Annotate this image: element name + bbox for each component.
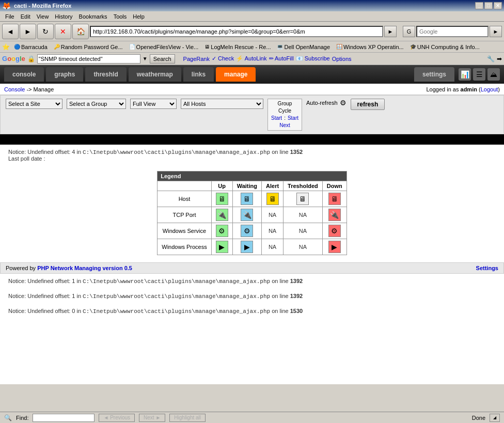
- cell-tcp-down[interactable]: 🔌: [322, 207, 346, 223]
- cell-host-alert[interactable]: 🖥: [262, 191, 284, 207]
- maximize-button[interactable]: □: [484, 2, 493, 9]
- group-select[interactable]: Select a Group: [67, 99, 126, 109]
- google-dropdown-icon[interactable]: ▼: [143, 56, 148, 61]
- cell-winproc-down[interactable]: ▶: [322, 239, 346, 255]
- autofill-link[interactable]: ✏ AutoFill: [269, 55, 294, 62]
- powered-by-text: Powered by PHP Network Managing version …: [6, 265, 132, 271]
- bookmark-label: UNH Computing & Info...: [417, 44, 480, 50]
- tab-console[interactable]: console: [4, 67, 44, 82]
- main-content: Select a Site Select a Group Full View A…: [0, 95, 504, 384]
- breadcrumb-console[interactable]: Console: [4, 86, 25, 92]
- gear-icon[interactable]: ⚙: [340, 99, 346, 107]
- highlight-all-button[interactable]: Highlight all: [169, 414, 206, 422]
- bookmark-password[interactable]: 🔑 Random Password Ge...: [52, 43, 125, 51]
- tab-manage[interactable]: manage: [216, 67, 256, 82]
- find-previous-button[interactable]: ◄ Previous: [99, 414, 135, 422]
- google-search-input[interactable]: [37, 54, 140, 64]
- menu-tools[interactable]: Tools: [111, 12, 130, 21]
- cycle-start1-link[interactable]: Start: [271, 115, 282, 122]
- cell-winsvc-down[interactable]: ⚙: [322, 223, 346, 239]
- plugin-link[interactable]: PHP Network Managing version 0.5: [37, 265, 132, 271]
- home-button[interactable]: 🏠: [72, 24, 89, 39]
- bookmark-unh[interactable]: 🎓 UNH Computing & Info...: [408, 43, 482, 51]
- tab-weathermap[interactable]: weathermap: [129, 67, 181, 82]
- tab-graphs[interactable]: graphs: [46, 67, 83, 82]
- cycle-start2-link[interactable]: Start: [288, 115, 298, 122]
- search-submit[interactable]: ►: [490, 26, 502, 37]
- cell-host-down[interactable]: 🖥: [322, 191, 346, 207]
- menu-file[interactable]: File: [2, 12, 18, 21]
- legend-row-host: Host 🖥 🖥 🖥 🖥 🖥: [158, 191, 346, 207]
- subscribe-link[interactable]: 📧 Subscribe: [296, 55, 330, 62]
- find-next-button[interactable]: Next ►: [139, 414, 165, 422]
- extra-notice-3: Notice: Undefined offset: 0 in C:\Inetpu…: [0, 304, 504, 319]
- options-link[interactable]: Options: [332, 56, 352, 62]
- tab-icon-list[interactable]: ☰: [473, 68, 485, 81]
- col-header-waiting: Waiting: [232, 181, 261, 191]
- bookmark-dell[interactable]: 💻 Dell OpenManage: [275, 43, 332, 51]
- menu-help[interactable]: Help: [130, 12, 148, 21]
- bookmark-openedfiles[interactable]: 📄 OpenedFilesView - Vie...: [127, 43, 201, 51]
- gtb-icon2: ➡: [497, 55, 502, 62]
- bookmark-logmein[interactable]: 🖥 LogMeIn Rescue - Re...: [202, 43, 273, 51]
- host-select[interactable]: All Hosts: [181, 99, 263, 109]
- search-input[interactable]: [416, 26, 489, 37]
- bookmarks-icon: ⭐: [2, 43, 10, 51]
- tab-threshld[interactable]: threshld: [85, 67, 126, 82]
- menu-bookmarks[interactable]: Bookmarks: [76, 12, 111, 21]
- close-button[interactable]: ✕: [494, 2, 502, 9]
- address-bar[interactable]: [90, 26, 383, 37]
- menubar: File Edit View History Bookmarks Tools H…: [0, 11, 504, 22]
- go-button[interactable]: ►: [384, 26, 397, 37]
- cell-winproc-alert: NA: [262, 239, 284, 255]
- back-button[interactable]: ◄: [2, 24, 19, 39]
- menu-view[interactable]: View: [34, 12, 52, 21]
- reload-button[interactable]: ↻: [37, 24, 54, 39]
- bookmark-winxp[interactable]: 🪟 Windows XP Operatin...: [334, 43, 406, 51]
- row-label-tcp: TCP Port: [158, 207, 211, 223]
- bookmark-barracuda[interactable]: 🔵 Barracuda: [12, 43, 50, 51]
- view-select[interactable]: Full View: [130, 99, 177, 109]
- cell-host-waiting[interactable]: 🖥: [232, 191, 261, 207]
- last-poll-label: Last poll date :: [8, 155, 45, 162]
- pagerank-link[interactable]: PageRank: [183, 56, 210, 62]
- menu-edit[interactable]: Edit: [18, 12, 34, 21]
- tab-settings[interactable]: settings: [414, 67, 454, 82]
- gtb-icon1: 🔧: [487, 55, 495, 62]
- cacti-navbar: console graphs threshld weathermap links…: [0, 65, 504, 84]
- refresh-button[interactable]: refresh: [351, 99, 385, 110]
- tab-links[interactable]: links: [183, 67, 214, 82]
- google-search-button[interactable]: Search: [150, 54, 175, 64]
- settings-link[interactable]: Settings: [476, 265, 498, 271]
- tab-icon-graph[interactable]: 📊: [459, 68, 471, 81]
- tab-icon-chart[interactable]: ⛰: [487, 68, 500, 81]
- cell-winproc-waiting[interactable]: ▶: [232, 239, 261, 255]
- check-link[interactable]: ✓ Check: [212, 55, 234, 62]
- cell-tcp-up[interactable]: 🔌: [211, 207, 232, 223]
- cell-tcp-waiting[interactable]: 🔌: [232, 207, 261, 223]
- cell-winsvc-waiting[interactable]: ⚙: [232, 223, 261, 239]
- cell-winproc-up[interactable]: ▶: [211, 239, 232, 255]
- stop-button[interactable]: ✕: [55, 24, 71, 39]
- password-icon: 🔑: [54, 44, 60, 50]
- cell-winsvc-up[interactable]: ⚙: [211, 223, 232, 239]
- col-header-down: Down: [322, 181, 346, 191]
- logout-link[interactable]: Logout: [481, 86, 498, 92]
- minimize-button[interactable]: _: [475, 2, 483, 9]
- menu-history[interactable]: History: [52, 12, 75, 21]
- legend-row-tcp: TCP Port 🔌 🔌 NA NA 🔌: [158, 207, 346, 223]
- cell-host-tresholded[interactable]: 🖥: [284, 191, 323, 207]
- notice-text-1: Notice: Undefined offset: 4 in C:\Inetpu…: [8, 149, 303, 155]
- row-label-host: Host: [158, 191, 211, 207]
- cell-host-up[interactable]: 🖥: [211, 191, 232, 207]
- site-select[interactable]: Select a Site: [6, 99, 62, 109]
- barracuda-icon: 🔵: [14, 44, 20, 50]
- cycle-next-link[interactable]: Next: [279, 122, 290, 128]
- forward-button[interactable]: ►: [20, 24, 36, 39]
- cell-winsvc-tresholded: NA: [284, 223, 323, 239]
- cell-tcp-tresholded: NA: [284, 207, 323, 223]
- autolink-link[interactable]: ⚡ AutoLink: [236, 55, 266, 62]
- find-input[interactable]: [33, 414, 94, 422]
- legend-title: Legend: [158, 171, 346, 181]
- resize-handle: ◢: [490, 414, 500, 422]
